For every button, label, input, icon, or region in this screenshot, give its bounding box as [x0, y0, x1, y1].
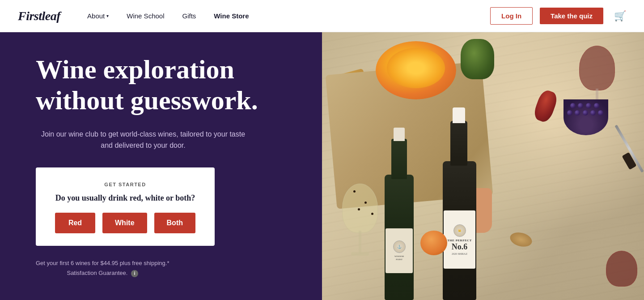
nav-item-wine-store[interactable]: Wine Store	[214, 12, 249, 20]
info-icon[interactable]: i	[131, 270, 138, 277]
card-question: Do you usually drink red, white or both?	[52, 193, 199, 203]
promo-text: Get your first 6 wines for $44.95 plus f…	[36, 258, 169, 278]
nav-item-about[interactable]: About ▾	[87, 12, 109, 20]
left-bottle-label: ⚓ WISDOMPOINT	[386, 228, 413, 273]
white-wine-button[interactable]: White	[102, 213, 147, 233]
glass-bowl-red	[579, 46, 615, 90]
spice-3	[371, 213, 373, 215]
right-label-no6: No.6	[452, 242, 468, 252]
left-bottle-neck	[391, 139, 407, 179]
blueberry-4	[594, 103, 599, 108]
nav-right: Log In Take the quiz 🛒	[490, 7, 626, 25]
red-wine-glass-br-image	[604, 251, 640, 296]
blueberry-1	[570, 103, 576, 108]
logo-text: F	[18, 9, 26, 23]
take-quiz-button[interactable]: Take the quiz	[540, 8, 603, 24]
spice-4	[353, 190, 356, 193]
glass-base	[351, 252, 369, 256]
right-label-emblem: 👑	[453, 224, 466, 237]
hero-subtext: Join our wine club to get world-class wi…	[36, 129, 250, 151]
right-label-year: 2020 SHIRAZ	[452, 253, 467, 255]
glass-bowl-br	[606, 251, 637, 287]
blueberry-5	[567, 110, 572, 116]
navbar: Firstleaf About ▾ Wine School Gifts Wine…	[0, 0, 644, 32]
get-started-card: GET STARTED Do you usually drink red, wh…	[36, 167, 215, 246]
left-label-emblem: ⚓	[393, 240, 406, 253]
logo-text-rest: irstleaf	[26, 9, 60, 23]
right-wine-bottle: 👑 THE PERFECT No.6 2020 SHIRAZ	[438, 107, 483, 300]
blueberry-7	[583, 110, 588, 116]
red-wine-button[interactable]: Red	[55, 213, 95, 233]
hero-left-panel: Wine exploration without guesswork. Join…	[0, 32, 322, 300]
login-button[interactable]: Log In	[490, 7, 533, 25]
hero-image-panel: ⚓ WISDOMPOINT 👑 THE PERFECT No.6 2020 SH…	[322, 32, 644, 300]
promo-line1: Get your first 6 wines for $44.95 plus f…	[36, 260, 169, 266]
white-wine-glass-image	[340, 184, 380, 264]
nav-links: About ▾ Wine School Gifts Wine Store	[87, 12, 490, 20]
both-wine-button[interactable]: Both	[154, 213, 195, 233]
gourd-image	[461, 39, 494, 79]
nav-wine-store-label: Wine Store	[214, 12, 249, 20]
right-bottle-top	[453, 107, 465, 123]
logo[interactable]: Firstleaf	[18, 9, 60, 23]
spice-2	[364, 201, 367, 204]
left-wine-bottle: ⚓ WISDOMPOINT	[380, 130, 418, 300]
blueberry-8	[590, 110, 596, 116]
blueberry-bowl-image	[564, 99, 608, 135]
nav-gifts-label: Gifts	[182, 12, 196, 20]
left-label-text: WISDOMPOINT	[394, 255, 404, 261]
nav-item-wine-school[interactable]: Wine School	[127, 12, 164, 20]
glass-bowl	[342, 184, 378, 233]
nav-wine-school-label: Wine School	[127, 12, 164, 20]
left-bottle-top	[394, 128, 405, 141]
hero-heading: Wine exploration without guesswork.	[36, 54, 286, 116]
wine-buttons-group: Red White Both	[52, 213, 199, 233]
blueberry-2	[578, 103, 583, 108]
right-bottle-neck	[450, 121, 467, 166]
right-label-title: THE PERFECT	[447, 239, 472, 242]
glass-stem	[359, 231, 361, 253]
blueberry-9	[598, 110, 603, 116]
melon-inner-image	[387, 48, 445, 88]
blueberry-3	[586, 103, 591, 108]
right-bottle-label: 👑 THE PERFECT No.6 2020 SHIRAZ	[444, 210, 475, 269]
chevron-down-icon: ▾	[106, 13, 109, 18]
nav-about-label: About	[87, 12, 105, 20]
hero-section: Wine exploration without guesswork. Join…	[0, 32, 644, 300]
peach-image	[420, 231, 447, 255]
nav-item-gifts[interactable]: Gifts	[182, 12, 196, 20]
cart-icon[interactable]: 🛒	[614, 10, 626, 22]
promo-line2: Satisfaction Guarantee.	[67, 270, 127, 276]
blueberry-6	[575, 110, 580, 116]
card-label: GET STARTED	[52, 182, 199, 187]
spice-1	[358, 208, 360, 210]
